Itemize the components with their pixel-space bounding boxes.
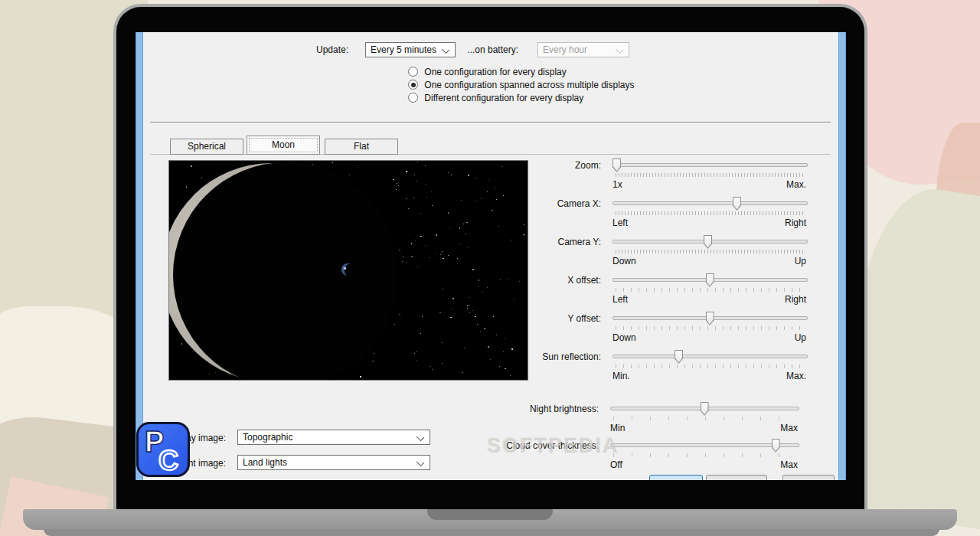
radio-selected-icon[interactable] [408, 80, 418, 90]
zoom-slider[interactable] [612, 163, 806, 167]
slider-thumb[interactable] [701, 402, 709, 416]
slider-groove[interactable] [612, 201, 808, 205]
laptop-base-notch [427, 509, 553, 520]
moon-preview-image [168, 160, 528, 381]
update-interval-value: Every 5 minutes [371, 44, 436, 55]
radio-label: One configuration spanned across multipl… [424, 80, 634, 90]
radio-option-spanned[interactable]: One configuration spanned across multipl… [408, 80, 635, 91]
slider-groove[interactable] [610, 443, 799, 447]
day-image-select[interactable]: Topographic [237, 430, 430, 445]
slider-thumb[interactable] [733, 197, 741, 211]
partial-button-default[interactable] [649, 475, 703, 480]
radio-option-different[interactable]: Different configuration for every displa… [408, 93, 583, 104]
update-label: Update: [281, 44, 348, 56]
section-divider [150, 122, 831, 123]
slider-thumb[interactable] [612, 159, 621, 172]
slider-thumb[interactable] [706, 273, 714, 287]
slider-thumb[interactable] [675, 350, 683, 364]
camera-x-slider[interactable] [612, 201, 806, 205]
cloud-cover-slider[interactable] [610, 443, 798, 447]
softpedia-pc-monogram-icon: P C [139, 424, 188, 475]
night-image-select[interactable]: Land lights [237, 455, 430, 470]
chevron-down-icon [416, 433, 424, 441]
radio-icon[interactable] [408, 93, 418, 103]
slider-thumb[interactable] [704, 235, 712, 249]
y-offset-slider[interactable] [612, 316, 806, 320]
slider-max-label: Up [612, 332, 806, 343]
window-border-right [838, 32, 846, 480]
chevron-down-icon [616, 46, 623, 54]
battery-interval-select: Every hour [537, 42, 629, 57]
slider-ticks [616, 250, 803, 253]
slider-max-label: Up [612, 256, 806, 266]
slider-max-label: Max [610, 423, 798, 433]
app-window: SOFTPEDIA Update: Every 5 minutes ...on … [136, 32, 846, 480]
radio-label: One configuration for every display [424, 67, 566, 77]
radio-icon[interactable] [408, 67, 418, 77]
slider-groove[interactable] [612, 355, 808, 358]
night-brightness-slider[interactable] [610, 407, 798, 410]
slider-ticks [616, 364, 803, 368]
radio-option-every-display[interactable]: One configuration for every display [408, 67, 567, 78]
night-image-value: Land lights [243, 457, 287, 468]
partial-button-3[interactable] [782, 475, 835, 480]
night-brightness-label: Night brightness: [400, 404, 599, 414]
slider-thumb[interactable] [772, 439, 780, 453]
slider-max-label: Max [610, 459, 798, 470]
sun-reflection-slider[interactable] [612, 355, 806, 358]
window-border-left [136, 32, 143, 480]
slider-ticks [616, 211, 803, 215]
logo-letter-c: C [158, 445, 178, 475]
slider-ticks [616, 326, 803, 330]
tab-flat[interactable]: Flat [325, 139, 398, 155]
on-battery-label: ...on battery: [434, 44, 518, 56]
slider-max-label: Right [612, 217, 806, 228]
slider-groove[interactable] [612, 163, 808, 167]
slider-thumb[interactable] [706, 312, 714, 325]
moon-crescent-graphic [169, 161, 528, 380]
tab-moon[interactable]: Moon [247, 136, 320, 155]
slider-ticks [613, 453, 795, 457]
slider-ticks [616, 173, 803, 177]
slider-ticks [613, 417, 795, 420]
battery-interval-value: Every hour [543, 44, 587, 55]
softpedia-watermark: SOFTPEDIA [486, 433, 619, 457]
softpedia-logo: P C [136, 422, 190, 477]
window-content: SOFTPEDIA Update: Every 5 minutes ...on … [143, 32, 838, 480]
slider-ticks [616, 288, 803, 292]
chevron-down-icon [416, 459, 424, 466]
radio-label: Different configuration for every displa… [424, 93, 583, 103]
slider-max-label: Max. [612, 179, 806, 190]
day-image-value: Topographic [243, 432, 292, 443]
partial-button-2[interactable] [706, 475, 767, 480]
tab-spherical[interactable]: Spherical [170, 139, 243, 155]
laptop-base-edge [44, 529, 939, 536]
x-offset-slider[interactable] [612, 278, 806, 282]
camera-y-slider[interactable] [612, 240, 806, 243]
slider-max-label: Right [612, 294, 806, 305]
slider-max-label: Max. [612, 371, 806, 381]
